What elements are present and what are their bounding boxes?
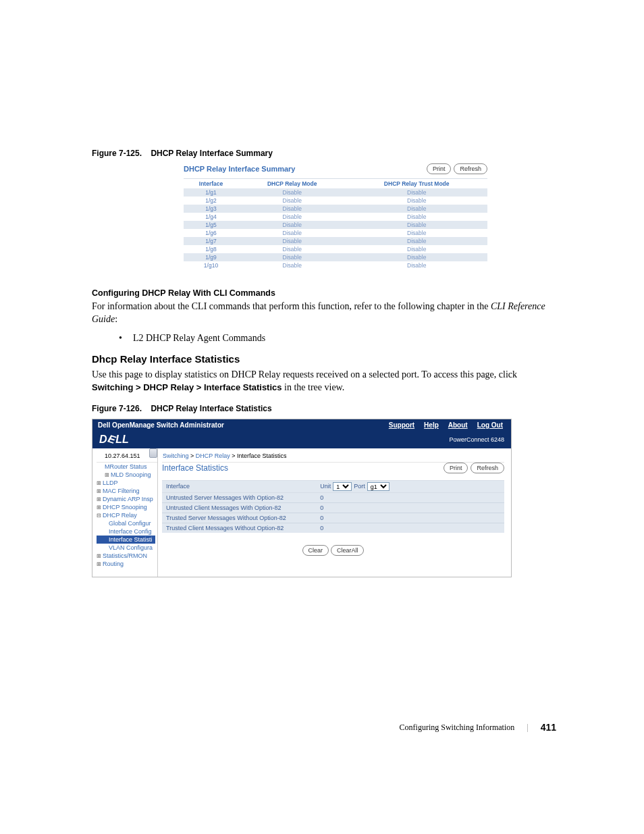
cell-mode: Disable <box>238 221 346 229</box>
cell-mode: Disable <box>238 261 346 269</box>
tree-mac-filtering[interactable]: ⊞MAC Filtering <box>97 487 157 495</box>
cell-trust: Disable <box>346 229 487 237</box>
bullet-text: L2 DHCP Relay Agent Commands <box>133 333 265 344</box>
stat-label: Trusted Client Messages Without Option-8… <box>162 523 316 533</box>
figure-number: Figure 7-126. <box>92 404 142 413</box>
tree-mld-snooping[interactable]: ⊞MLD Snooping <box>97 471 157 479</box>
tree-dhcp-snooping[interactable]: ⊞DHCP Snooping <box>97 503 157 511</box>
cell-trust: Disable <box>346 253 487 261</box>
table-row: 1/g3DisableDisable <box>184 205 487 213</box>
table-row: 1/g8DisableDisable <box>184 245 487 253</box>
clear-all-button[interactable]: ClearAll <box>331 545 365 556</box>
panel-title: DHCP Relay Interface Summary <box>184 165 295 173</box>
breadcrumb-current: Interface Statistics <box>237 452 287 459</box>
section-paragraph: Use this page to display statistics on D… <box>92 369 559 394</box>
col-trust: DHCP Relay Trust Mode <box>346 179 487 189</box>
page-footer: Configuring Switching Information | 411 <box>0 722 644 733</box>
table-row: 1/g4DisableDisable <box>184 213 487 221</box>
cell-interface: 1/g4 <box>184 213 238 221</box>
tree-vlan-config[interactable]: VLAN Configura <box>97 544 157 552</box>
breadcrumb: Switching > DHCP Relay > Interface Stati… <box>163 450 286 462</box>
breadcrumb-switching[interactable]: Switching <box>163 452 189 459</box>
cell-mode: Disable <box>238 197 346 205</box>
cell-interface: 1/g5 <box>184 221 238 229</box>
admin-titlebar: Dell OpenManage Switch Administrator Sup… <box>92 419 511 431</box>
admin-logo-row: DELL PowerConnect 6248 <box>92 431 511 448</box>
stat-label: Untrusted Client Messages With Option-82 <box>162 502 316 513</box>
figure-title: DHCP Relay Interface Statistics <box>151 404 271 413</box>
dell-logo: DELL <box>99 434 129 446</box>
stat-label: Trusted Server Messages Without Option-8… <box>162 513 316 523</box>
table-row: 1/g5DisableDisable <box>184 221 487 229</box>
cell-interface: 1/g9 <box>184 253 238 261</box>
print-button[interactable]: Print <box>427 163 452 174</box>
refresh-button[interactable]: Refresh <box>471 463 504 473</box>
scroll-thumb[interactable] <box>149 448 157 458</box>
cell-trust: Disable <box>346 221 487 229</box>
para-text: in the tree view. <box>282 382 345 392</box>
figure-number: Figure 7-125. <box>92 149 142 158</box>
table-row: Untrusted Server Messages With Option-82… <box>162 492 504 502</box>
clear-button[interactable]: Clear <box>302 545 329 556</box>
stat-value: 0 <box>316 513 504 523</box>
cell-mode: Disable <box>238 229 346 237</box>
tree-interface-config[interactable]: Interface Config <box>97 527 157 536</box>
logout-link[interactable]: Log Out <box>477 421 503 429</box>
summary-table: Interface DHCP Relay Mode DHCP Relay Tru… <box>184 178 487 269</box>
cell-trust: Disable <box>346 245 487 253</box>
tree-dhcp-relay[interactable]: ⊟DHCP Relay <box>97 511 157 519</box>
para-colon: : <box>115 314 117 324</box>
tree-statistics-rmon[interactable]: ⊞Statistics/RMON <box>97 552 157 560</box>
cell-trust: Disable <box>346 197 487 205</box>
cell-interface: 1/g1 <box>184 188 238 197</box>
dell-admin-window: Dell OpenManage Switch Administrator Sup… <box>92 419 512 577</box>
col-mode: DHCP Relay Mode <box>238 179 346 189</box>
subheading-cli: Configuring DHCP Relay With CLI Commands <box>92 288 559 298</box>
dhcp-relay-interface-summary-panel: DHCP Relay Interface Summary Print Refre… <box>184 163 487 269</box>
page-number: 411 <box>541 722 556 733</box>
figure-title: DHCP Relay Interface Summary <box>151 149 273 158</box>
support-link[interactable]: Support <box>389 421 414 429</box>
nav-tree: 10.27.64.151 MRouter Status ⊞MLD Snoopin… <box>92 448 158 577</box>
col-interface: Interface <box>184 179 238 189</box>
tree-global-config[interactable]: Global Configur <box>97 519 157 527</box>
cell-interface: 1/g8 <box>184 245 238 253</box>
cell-mode: Disable <box>238 213 346 221</box>
interface-label: Interface <box>162 480 316 492</box>
nav-path: Switching > DHCP Relay > Interface Stati… <box>92 382 282 392</box>
print-button[interactable]: Print <box>444 463 468 473</box>
figure-125-caption: Figure 7-125. DHCP Relay Interface Summa… <box>92 149 559 158</box>
table-row: Untrusted Client Messages With Option-82… <box>162 502 504 513</box>
stat-label: Untrusted Server Messages With Option-82 <box>162 492 316 502</box>
device-name: PowerConnect 6248 <box>449 436 504 443</box>
cell-trust: Disable <box>346 188 487 197</box>
statistics-table: Interface Unit 1 Port g1 Untrusted Serve… <box>162 480 504 533</box>
sidebar-ip: 10.27.64.151 <box>97 451 157 463</box>
cli-paragraph: For information about the CLI commands t… <box>92 301 559 326</box>
table-row: 1/g1DisableDisable <box>184 188 487 197</box>
para-text: Use this page to display statistics on D… <box>92 369 517 380</box>
tree-lldp[interactable]: ⊞LLDP <box>97 479 157 487</box>
table-row: 1/g7DisableDisable <box>184 237 487 245</box>
breadcrumb-dhcp-relay[interactable]: DHCP Relay <box>196 452 230 459</box>
cell-trust: Disable <box>346 205 487 213</box>
refresh-button[interactable]: Refresh <box>454 163 487 174</box>
cell-interface: 1/g10 <box>184 261 238 269</box>
table-row: 1/g10DisableDisable <box>184 261 487 269</box>
tree-routing[interactable]: ⊞Routing <box>97 560 157 568</box>
tree-interface-statistics[interactable]: Interface Statisti <box>97 536 155 544</box>
table-row: 1/g6DisableDisable <box>184 229 487 237</box>
table-row: 1/g9DisableDisable <box>184 253 487 261</box>
cell-trust: Disable <box>346 237 487 245</box>
table-row: 1/g2DisableDisable <box>184 197 487 205</box>
unit-select[interactable]: 1 <box>333 482 352 491</box>
para-text: For information about the CLI commands t… <box>92 301 491 311</box>
tree-mrouter-status[interactable]: MRouter Status <box>97 463 157 471</box>
tree-dynamic-arp[interactable]: ⊞Dynamic ARP Insp <box>97 495 157 503</box>
port-select[interactable]: g1 <box>367 482 390 491</box>
content-pane: Switching > DHCP Relay > Interface Stati… <box>158 448 511 577</box>
help-link[interactable]: Help <box>424 421 439 429</box>
about-link[interactable]: About <box>448 421 468 429</box>
port-label: Port <box>354 483 365 490</box>
bullet-item: • L2 DHCP Relay Agent Commands <box>119 333 559 344</box>
